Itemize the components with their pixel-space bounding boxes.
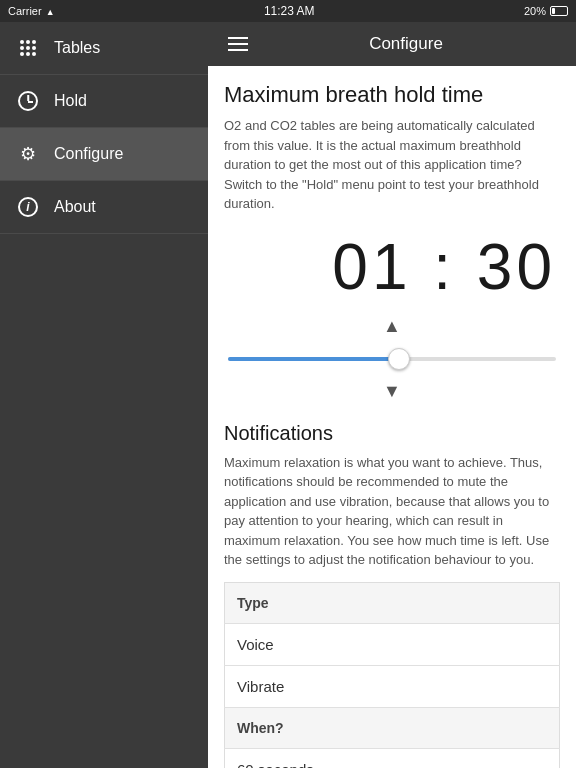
nav-title: Configure bbox=[252, 34, 560, 54]
notifications-desc: Maximum relaxation is what you want to a… bbox=[224, 453, 560, 570]
breath-title: Maximum breath hold time bbox=[224, 82, 560, 108]
hamburger-button[interactable] bbox=[224, 33, 252, 55]
wifi-icon bbox=[46, 5, 55, 17]
breath-desc: O2 and CO2 tables are being automaticall… bbox=[224, 116, 560, 214]
slider-thumb[interactable] bbox=[388, 348, 410, 370]
slider-container[interactable] bbox=[224, 341, 560, 377]
app-container: Tables Hold ⚙ Configure i About bbox=[0, 22, 576, 768]
timer-display: 01 : 30 bbox=[224, 230, 560, 304]
when-header-cell: When? bbox=[225, 707, 560, 748]
main-content: Maximum breath hold time O2 and CO2 tabl… bbox=[208, 66, 576, 768]
status-bar: Carrier 11:23 AM 20% bbox=[0, 0, 576, 22]
carrier-label: Carrier bbox=[8, 5, 42, 17]
type-header-row: Type bbox=[225, 582, 560, 623]
table-row[interactable]: Voice bbox=[225, 623, 560, 665]
gear-icon: ⚙ bbox=[16, 142, 40, 166]
sidebar-label-hold: Hold bbox=[54, 92, 87, 110]
slider-fill bbox=[228, 357, 399, 361]
status-right: 20% bbox=[524, 5, 568, 17]
60s-cell: 60 seconds bbox=[225, 748, 560, 768]
arrow-down-icon: ▼ bbox=[383, 381, 401, 402]
arrow-up-button[interactable]: ▲ bbox=[224, 312, 560, 341]
arrow-up-icon: ▲ bbox=[383, 316, 401, 337]
table-row[interactable]: Vibrate bbox=[225, 665, 560, 707]
clock-icon bbox=[16, 89, 40, 113]
grid-icon bbox=[16, 36, 40, 60]
voice-cell: Voice bbox=[225, 623, 560, 665]
notifications-title: Notifications bbox=[224, 422, 560, 445]
notifications-table: Type Voice Vibrate When? bbox=[224, 582, 560, 769]
status-time: 11:23 AM bbox=[264, 4, 315, 18]
arrow-down-button[interactable]: ▼ bbox=[224, 377, 560, 406]
battery-icon bbox=[550, 6, 568, 16]
sidebar-item-about[interactable]: i About bbox=[0, 181, 208, 234]
sidebar-label-about: About bbox=[54, 198, 96, 216]
type-header-cell: Type bbox=[225, 582, 560, 623]
vibrate-cell: Vibrate bbox=[225, 665, 560, 707]
when-header-row: When? bbox=[225, 707, 560, 748]
status-left: Carrier bbox=[8, 5, 55, 17]
top-nav: Configure bbox=[208, 22, 576, 66]
sidebar-item-configure[interactable]: ⚙ Configure bbox=[0, 128, 208, 181]
sidebar-item-hold[interactable]: Hold bbox=[0, 75, 208, 128]
info-icon: i bbox=[16, 195, 40, 219]
sidebar: Tables Hold ⚙ Configure i About bbox=[0, 22, 208, 768]
sidebar-label-configure: Configure bbox=[54, 145, 123, 163]
slider-track bbox=[228, 357, 556, 361]
battery-label: 20% bbox=[524, 5, 546, 17]
sidebar-label-tables: Tables bbox=[54, 39, 100, 57]
sidebar-item-tables[interactable]: Tables bbox=[0, 22, 208, 75]
content-area: Configure Maximum breath hold time O2 an… bbox=[208, 22, 576, 768]
table-row[interactable]: 60 seconds bbox=[225, 748, 560, 768]
